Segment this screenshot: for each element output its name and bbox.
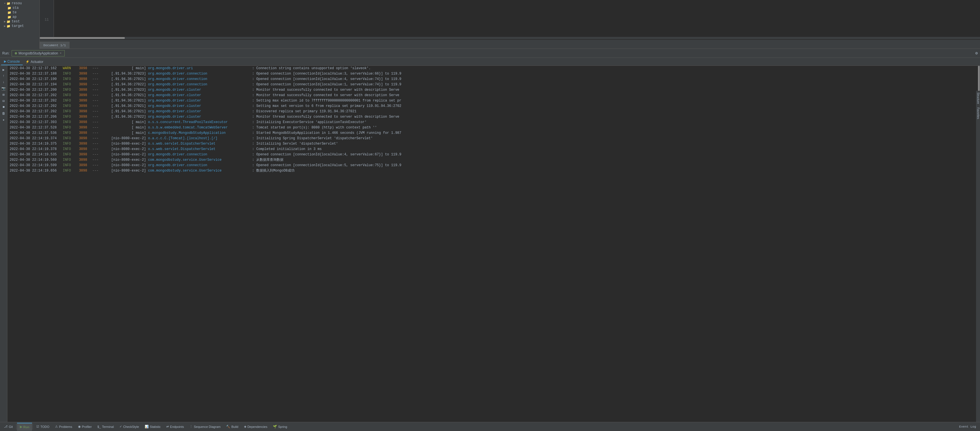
toolbar-run-button[interactable]: ▶: [1, 67, 6, 73]
toolbar-wrap-button[interactable]: ⊞: [1, 92, 6, 98]
log-thread: [.91.94.36:27021]: [100, 98, 146, 103]
log-message: : Opened connection [connectionId{localV…: [252, 82, 401, 87]
close-app-tab-button[interactable]: ×: [60, 52, 62, 55]
log-message: : Connection string contains unsupported…: [252, 66, 371, 71]
bottom-tab-problems[interactable]: ⚠ Problems: [52, 423, 75, 431]
tab-console[interactable]: ▶ Console: [1, 59, 23, 65]
log-level: INFO: [63, 131, 77, 136]
tab-actuator[interactable]: ⚡ Actuator: [23, 59, 46, 65]
log-output-area: 2022-04-30 22:12:37.162 WARN 3098 --- [ …: [7, 66, 980, 422]
build-icon: 🔨: [226, 425, 230, 428]
log-pid: 3098: [79, 141, 90, 146]
log-line-18: 2022-04-30 22:14:19.599 INFO 3098 --- [n…: [7, 163, 980, 168]
log-separator: ---: [92, 131, 99, 136]
terminal-icon: $_: [97, 425, 101, 428]
log-timestamp: 2022-04-30 22:14:19.560: [10, 158, 61, 162]
tree-item-target[interactable]: ▶ 📁 target: [0, 24, 40, 29]
log-thread: [.91.94.36:27022]: [100, 114, 146, 119]
document-tab[interactable]: Document 1/1: [40, 42, 70, 49]
sequence-diagram-label: Sequence Diagram: [194, 425, 220, 428]
bottom-tab-spring[interactable]: 🌱 Spring: [270, 423, 290, 431]
structure-label[interactable]: Structure: [976, 91, 980, 106]
log-level: INFO: [63, 71, 77, 76]
log-line-19: 2022-04-30 22:14:19.656 INFO 3098 --- [n…: [7, 168, 980, 174]
log-line-4: 2022-04-30 22:12:37.200 INFO 3098 --- [.…: [7, 87, 980, 93]
log-thread: [nio-8080-exec-2]: [100, 141, 146, 146]
tree-item-te[interactable]: 📁 te: [0, 10, 40, 15]
bottom-tab-terminal[interactable]: $_ Terminal: [94, 423, 117, 431]
tree-arrow-test: ▶: [4, 20, 6, 23]
bottom-tab-todo[interactable]: ☑ TODO: [33, 423, 52, 431]
log-timestamp: 2022-04-30 22:14:19.656: [10, 168, 61, 173]
log-level: INFO: [63, 120, 77, 125]
todo-icon: ☑: [36, 425, 39, 428]
log-line-3: 2022-04-30 22:12:37.194 INFO 3098 --- [.…: [7, 82, 980, 87]
log-timestamp: 2022-04-30 22:14:19.374: [10, 136, 61, 141]
log-thread: [nio-8080-exec-2]: [100, 158, 146, 162]
log-timestamp: 2022-04-30 22:12:37.528: [10, 125, 61, 130]
toolbar-down-button[interactable]: ↓: [1, 79, 6, 85]
log-separator: ---: [92, 120, 99, 125]
bottom-tab-endpoints[interactable]: ⇌ Endpoints: [164, 423, 187, 431]
bottom-tab-statistic[interactable]: 📊 Statistic: [142, 423, 164, 431]
log-separator: ---: [92, 66, 99, 71]
tree-label-te: te: [13, 11, 16, 14]
log-message: : Started MongodbStudyApplication in 1.4…: [252, 131, 401, 136]
document-tab-label: Document 1/1: [43, 44, 66, 47]
tree-item-test[interactable]: ▶ 📁 test: [0, 19, 40, 24]
folder-icon-te: 📁: [7, 11, 11, 14]
line-number: 11: [45, 18, 49, 22]
toolbar-clear-button[interactable]: 🗑: [1, 111, 6, 116]
bottom-tab-dependencies[interactable]: ◈ Dependencies: [241, 423, 270, 431]
log-level: INFO: [63, 168, 77, 173]
log-level: INFO: [63, 147, 77, 152]
spring-icon: 🌱: [273, 425, 277, 428]
toolbar-camera-button[interactable]: 📷: [1, 86, 6, 91]
top-scrollbar-thumb[interactable]: [40, 37, 125, 39]
log-message: : Opened connection [connectionId{localV…: [252, 163, 401, 168]
endpoints-icon: ⇌: [166, 425, 169, 428]
checkstyle-label: CheckStyle: [123, 425, 139, 428]
log-line-17: 2022-04-30 22:14:19.560 INFO 3098 --- [n…: [7, 157, 980, 163]
bottom-tab-sequence-diagram[interactable]: ⋮ Sequence Diagram: [187, 423, 223, 431]
log-separator: ---: [92, 71, 99, 76]
events-log-button[interactable]: Event Log: [956, 425, 979, 429]
actuator-tab-label: Actuator: [31, 60, 43, 64]
toolbar-collapse-button[interactable]: ⊟: [1, 98, 6, 104]
toolbar-stop-button[interactable]: ■: [1, 105, 6, 110]
log-message: : Opened connection [connectionId{localV…: [252, 77, 401, 82]
run-icon: ▶: [20, 425, 22, 429]
toolbar-pin-button[interactable]: ★: [1, 117, 6, 122]
bottom-tab-run[interactable]: ▶ Run: [17, 423, 32, 431]
dependencies-icon: ◈: [244, 425, 246, 428]
log-pid: 3098: [79, 88, 90, 92]
log-level: INFO: [63, 93, 77, 98]
app-tab-mongodbstudy[interactable]: MongodbStudyApplication ×: [12, 50, 64, 56]
log-line-7: 2022-04-30 22:12:37.202 INFO 3098 --- [.…: [7, 103, 980, 109]
bottom-tab-git[interactable]: ⎇ Git: [1, 423, 16, 431]
toolbar-up-button[interactable]: ↑: [1, 73, 6, 79]
log-message: : Tomcat started on port(s): 8080 (http)…: [252, 125, 377, 130]
line-number-panel: 11: [40, 0, 54, 40]
tree-item-sta[interactable]: 📁 sta: [0, 6, 40, 10]
log-thread: [nio-8080-exec-2]: [100, 136, 146, 141]
log-logger: o.s.b.w.embedded.tomcat.TomcatWebServer: [148, 125, 250, 130]
log-thread: [nio-8080-exec-2]: [100, 147, 146, 152]
tree-item-ap[interactable]: 📁 ap: [0, 15, 40, 19]
bottom-tab-checkstyle[interactable]: ✓ CheckStyle: [117, 423, 142, 431]
log-pid: 3098: [79, 136, 90, 141]
run-settings-icon[interactable]: ⚙: [975, 51, 978, 55]
bottom-tab-build[interactable]: 🔨 Build: [223, 423, 241, 431]
log-separator: ---: [92, 82, 99, 87]
log-level: INFO: [63, 98, 77, 103]
log-timestamp: 2022-04-30 22:14:19.599: [10, 163, 61, 168]
tree-label-resou: resou: [12, 2, 22, 5]
bottom-tab-profiler[interactable]: ◉ Profiler: [75, 423, 95, 431]
log-pid: 3098: [79, 131, 90, 136]
top-scrollbar[interactable]: [40, 37, 980, 39]
tree-item-resou[interactable]: ▾ 📁 resou: [0, 1, 40, 6]
favorites-label[interactable]: Favorites: [976, 106, 980, 121]
log-logger: org.mongodb.driver.cluster: [148, 114, 250, 119]
log-lines-container: 2022-04-30 22:12:37.162 WARN 3098 --- [ …: [7, 66, 980, 174]
log-thread: [ main]: [100, 125, 146, 130]
